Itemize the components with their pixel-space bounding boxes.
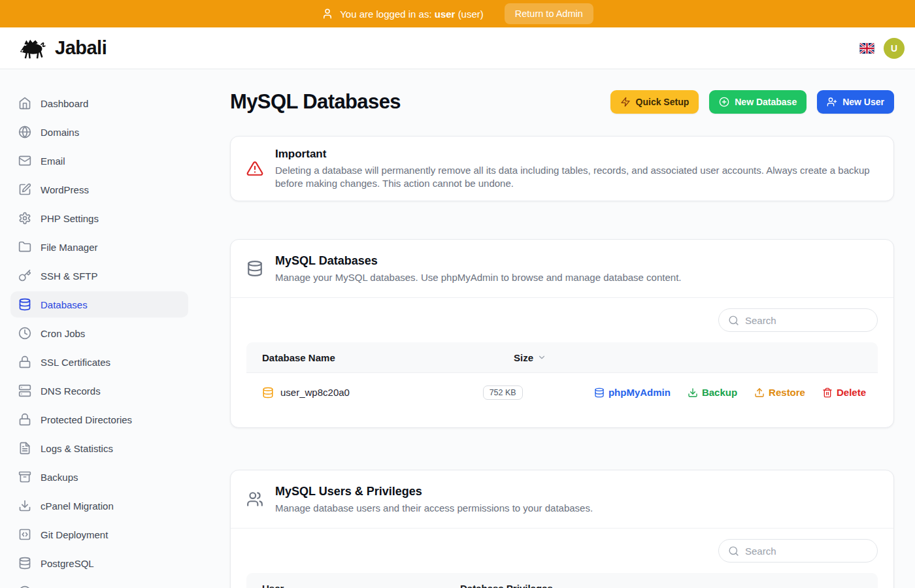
sidebar-item-domains[interactable]: Domains [10,119,188,145]
mysql-databases-card: MySQL Databases Manage your MySQL databa… [230,239,894,428]
restore-link[interactable]: Restore [754,387,805,398]
user-plus-icon [827,97,837,107]
boar-icon [20,37,48,59]
users-table: User Database Privileges [246,573,878,588]
sidebar-item-partial[interactable] [10,579,188,588]
sidebar-item-email[interactable]: Email [10,148,188,174]
column-header-database-name: Database Name [246,352,498,363]
download-icon [18,499,31,512]
sidebar-item-file-manager[interactable]: File Manager [10,234,188,260]
mysql-users-card: MySQL Users & Privileges Manage database… [230,470,894,588]
delete-link[interactable]: Delete [822,387,866,398]
quick-setup-button[interactable]: Quick Setup [610,90,699,114]
new-user-button[interactable]: New User [817,90,894,114]
sidebar-nav: Dashboard Domains Email WordPress PHP Se… [0,69,199,588]
user-avatar[interactable]: U [884,38,905,59]
databases-card-title: MySQL Databases [275,253,681,269]
warning-title: Important [275,147,876,161]
download-icon [688,387,698,398]
sidebar-item-cron-jobs[interactable]: Cron Jobs [10,320,188,346]
backup-link[interactable]: Backup [688,387,737,398]
search-icon [728,315,739,326]
database-icon [246,260,263,277]
return-to-admin-button[interactable]: Return to Admin [505,3,593,24]
brand-logo[interactable]: Jabali [20,37,107,59]
mail-icon [18,154,31,167]
databases-search-input[interactable] [745,315,868,326]
sidebar-item-logs-statistics[interactable]: Logs & Statistics [10,435,188,461]
globe-icon [18,125,31,139]
search-icon [728,546,739,557]
database-icon [18,298,31,311]
lock-icon [18,355,31,368]
gear-icon [18,212,31,225]
sidebar-item-cpanel-migration[interactable]: cPanel Migration [10,493,188,519]
key-icon [18,269,31,282]
databases-search [718,308,878,332]
sidebar-item-backups[interactable]: Backups [10,464,188,490]
sidebar-item-dns-records[interactable]: DNS Records [10,378,188,404]
warning-body: Deleting a database will permanently rem… [275,164,876,190]
alert-triangle-icon [246,160,263,177]
banner-username: user [435,8,456,20]
pencil-square-icon [18,183,31,196]
file-text-icon [18,442,31,455]
database-icon [18,557,31,570]
users-card-title: MySQL Users & Privileges [275,483,593,499]
brand-name: Jabali [55,37,107,59]
trash-icon [822,387,833,398]
chevron-down-icon [537,353,546,362]
database-icon [262,387,274,399]
users-search [718,539,878,563]
sidebar-item-ssl-certificates[interactable]: SSL Certificates [10,349,188,375]
code-square-icon [18,528,31,541]
databases-table: Database Name Size user_wp8c20a0 752 KB [246,342,878,412]
database-name: user_wp8c20a0 [280,387,350,398]
lock-icon [18,413,31,426]
column-header-privileges: Database Privileges [460,583,878,588]
user-icon [322,8,333,20]
users-icon [246,491,263,508]
column-header-user: User [246,583,460,588]
sidebar-item-php-settings[interactable]: PHP Settings [10,205,188,231]
plus-circle-icon [719,97,729,107]
sidebar-item-postgresql[interactable]: PostgreSQL [10,550,188,576]
sidebar-item-protected-directories[interactable]: Protected Directories [10,406,188,433]
lightning-icon [620,97,631,107]
phpmyadmin-link[interactable]: phpMyAdmin [594,387,671,398]
upload-icon [754,387,765,398]
users-search-input[interactable] [745,546,868,557]
main-content: MySQL Databases Quick Setup New Database… [199,69,915,588]
archive-icon [18,470,31,483]
database-icon [594,387,605,398]
server-icon [18,384,31,397]
language-flag-icon[interactable] [859,43,874,54]
sidebar-item-wordpress[interactable]: WordPress [10,176,188,203]
folder-icon [18,240,31,253]
sidebar-item-git-deployment[interactable]: Git Deployment [10,521,188,547]
databases-card-description: Manage your MySQL databases. Use phpMyAd… [275,271,681,284]
column-header-size[interactable]: Size [498,352,642,363]
database-size-badge: 752 KB [483,385,523,400]
important-warning-card: Important Deleting a database will perma… [230,136,894,201]
banner-message: You are logged in as: user (user) [340,8,484,20]
banner-role: (user) [458,8,484,20]
sidebar-item-ssh-sftp[interactable]: SSH & SFTP [10,263,188,289]
impersonation-banner: You are logged in as: user (user) Return… [0,0,915,27]
circle-icon [18,585,31,588]
users-card-description: Manage database users and their access p… [275,502,593,515]
home-icon [18,97,31,110]
new-database-button[interactable]: New Database [709,90,807,114]
database-row: user_wp8c20a0 752 KB phpMyAdmin Backup [246,372,878,412]
clock-icon [18,327,31,340]
sidebar-item-databases[interactable]: Databases [10,291,188,318]
app-header: Jabali U [0,27,915,69]
page-title: MySQL Databases [230,90,401,114]
sidebar-item-dashboard[interactable]: Dashboard [10,90,188,116]
